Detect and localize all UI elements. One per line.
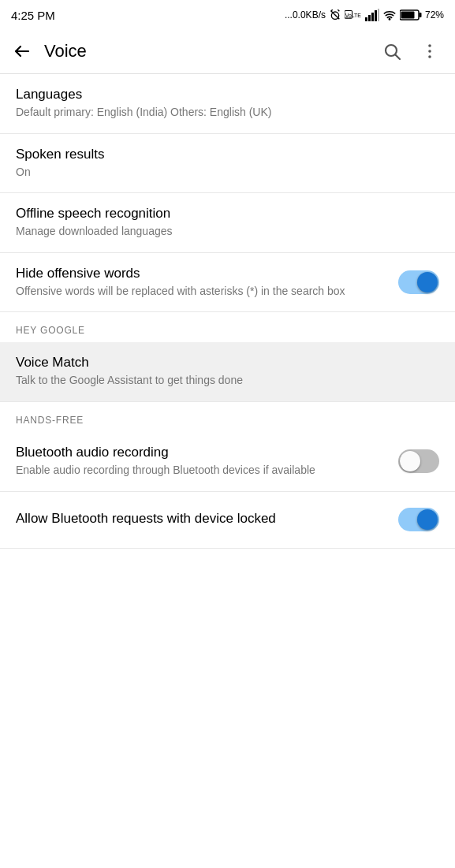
back-icon [13,42,32,61]
settings-item-spoken-results-subtitle: On [16,165,439,181]
app-bar: Voice [0,28,455,74]
svg-point-20 [428,55,431,58]
page-title: Voice [39,41,375,61]
settings-item-languages[interactable]: Languages Default primary: English (Indi… [0,74,455,134]
app-bar-actions [375,34,447,69]
bluetooth-requests-toggle-thumb [417,509,438,530]
settings-item-hide-offensive-subtitle: Offensive words will be replaced with as… [16,284,389,300]
signal-icon [365,9,379,21]
search-icon [382,42,401,61]
alarm-off-icon [329,9,341,21]
battery-icon [400,9,422,21]
hide-offensive-toggle[interactable] [398,270,439,294]
svg-point-18 [428,44,431,47]
settings-item-voice-match-subtitle: Talk to the Google Assistant to get thin… [16,373,439,389]
settings-item-hide-offensive-text: Hide offensive words Offensive words wil… [16,266,389,300]
section-header-hey-google: HEY GOOGLE [0,312,455,342]
settings-item-bluetooth-requests[interactable]: Allow Bluetooth requests with device loc… [0,492,455,549]
svg-rect-14 [419,13,421,17]
settings-item-offline-speech-text: Offline speech recognition Manage downlo… [16,206,439,240]
hide-offensive-toggle-thumb [417,272,438,292]
status-bar: 4:25 PM ...0.0KB/s VoLTE 72% [0,0,455,28]
settings-item-voice-match-text: Voice Match Talk to the Google Assistant… [16,355,439,389]
settings-item-spoken-results[interactable]: Spoken results On [0,134,455,194]
battery-percent: 72% [425,9,444,20]
settings-item-bluetooth-audio[interactable]: Bluetooth audio recording Enable audio r… [0,432,455,492]
section-header-hands-free: HANDS-FREE [0,402,455,432]
svg-point-11 [389,19,390,20]
svg-line-2 [331,9,333,11]
wifi-icon [382,9,397,21]
settings-item-spoken-results-text: Spoken results On [16,147,439,181]
network-speed: ...0.0KB/s [285,9,326,20]
settings-item-bluetooth-requests-text: Allow Bluetooth requests with device loc… [16,511,389,529]
settings-item-languages-title: Languages [16,87,439,102]
status-icons: ...0.0KB/s VoLTE 72% [285,9,444,21]
bluetooth-requests-toggle[interactable] [398,508,439,531]
status-time: 4:25 PM [11,9,55,22]
svg-text:VoLTE: VoLTE [345,13,362,18]
svg-rect-8 [371,13,374,21]
settings-item-bluetooth-audio-title: Bluetooth audio recording [16,445,389,460]
svg-rect-10 [378,9,379,21]
settings-item-offline-speech-subtitle: Manage downloaded languages [16,224,439,240]
settings-item-spoken-results-title: Spoken results [16,147,439,162]
bluetooth-audio-toggle[interactable] [398,449,439,473]
svg-point-19 [428,50,431,53]
settings-item-bluetooth-audio-subtitle: Enable audio recording through Bluetooth… [16,463,389,479]
svg-line-17 [396,54,401,59]
settings-item-voice-match[interactable]: Voice Match Talk to the Google Assistant… [0,342,455,402]
volte-icon: VoLTE [345,9,362,21]
settings-item-offline-speech[interactable]: Offline speech recognition Manage downlo… [0,193,455,253]
settings-item-offline-speech-title: Offline speech recognition [16,206,439,222]
settings-item-bluetooth-requests-title: Allow Bluetooth requests with device loc… [16,511,389,527]
settings-item-voice-match-title: Voice Match [16,355,439,371]
svg-rect-13 [401,12,414,19]
settings-item-bluetooth-audio-text: Bluetooth audio recording Enable audio r… [16,445,389,479]
search-button[interactable] [375,34,409,69]
svg-rect-6 [365,17,367,21]
more-vertical-icon [420,42,439,61]
back-button[interactable] [5,34,39,69]
svg-rect-9 [375,10,377,21]
settings-item-languages-text: Languages Default primary: English (Indi… [16,87,439,121]
settings-item-hide-offensive-title: Hide offensive words [16,266,389,281]
more-button[interactable] [412,34,447,69]
settings-item-hide-offensive[interactable]: Hide offensive words Offensive words wil… [0,253,455,313]
svg-line-3 [338,9,339,11]
settings-item-languages-subtitle: Default primary: English (India) Others:… [16,105,439,121]
svg-rect-7 [368,15,371,21]
settings-list: Languages Default primary: English (Indi… [0,74,455,549]
